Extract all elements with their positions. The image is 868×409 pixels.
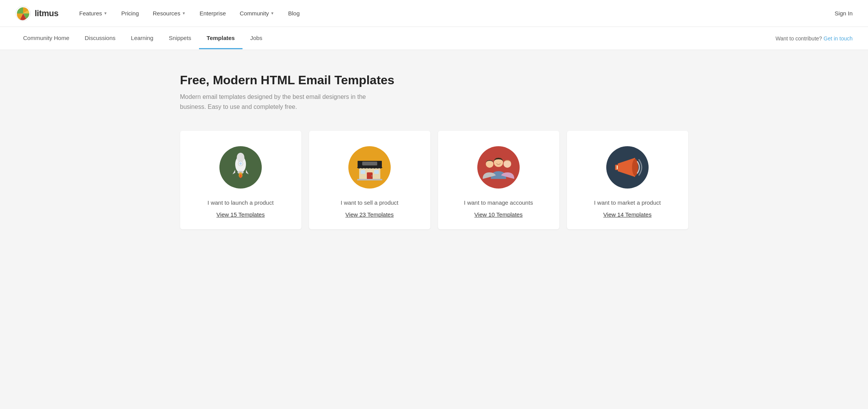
nav-enterprise[interactable]: Enterprise bbox=[194, 7, 231, 20]
svg-point-4 bbox=[239, 162, 242, 165]
rocket-icon bbox=[227, 152, 254, 183]
top-navigation: litmus Features ▼ Pricing Resources ▼ En… bbox=[0, 0, 868, 27]
card-description-sell: I want to sell a product bbox=[341, 199, 398, 206]
card-icon-sell bbox=[348, 146, 391, 189]
contribute-area: Want to contribute? Get in touch bbox=[776, 35, 853, 42]
nav-features[interactable]: Features ▼ bbox=[74, 7, 113, 20]
nav-pricing[interactable]: Pricing bbox=[116, 7, 144, 20]
svg-rect-15 bbox=[362, 162, 377, 165]
card-description-market: I want to market a product bbox=[594, 199, 661, 206]
card-link-sell[interactable]: View 23 Templates bbox=[345, 211, 393, 218]
nav-community[interactable]: Community ▼ bbox=[234, 7, 280, 20]
svg-point-7 bbox=[239, 174, 242, 178]
subnav-templates[interactable]: Templates bbox=[199, 28, 243, 49]
card-description-launch: I want to launch a product bbox=[207, 199, 274, 206]
card-link-market[interactable]: View 14 Templates bbox=[603, 211, 651, 218]
chevron-down-icon: ▼ bbox=[182, 11, 186, 15]
svg-rect-12 bbox=[374, 170, 379, 174]
template-card-market: I want to market a product View 14 Templ… bbox=[567, 131, 688, 229]
card-icon-accounts bbox=[477, 146, 520, 189]
main-content: Free, Modern HTML Email Templates Modern… bbox=[165, 50, 704, 260]
page-title: Free, Modern HTML Email Templates bbox=[180, 73, 688, 87]
sub-nav-links: Community Home Discussions Learning Snip… bbox=[15, 28, 776, 49]
card-link-launch[interactable]: View 15 Templates bbox=[216, 211, 264, 218]
template-card-launch: I want to launch a product View 15 Templ… bbox=[180, 131, 301, 229]
svg-point-10 bbox=[371, 175, 372, 176]
signin-link[interactable]: Sign In bbox=[835, 10, 853, 17]
svg-point-2 bbox=[237, 153, 244, 162]
svg-rect-23 bbox=[617, 165, 618, 169]
card-description-accounts: I want to manage accounts bbox=[464, 199, 533, 206]
chevron-down-icon: ▼ bbox=[104, 11, 107, 15]
template-card-accounts: I want to manage accounts View 10 Templa… bbox=[438, 131, 559, 229]
chevron-down-icon: ▼ bbox=[271, 11, 274, 15]
page-subtitle: Modern email templates designed by the b… bbox=[180, 92, 380, 112]
get-in-touch-link[interactable]: Get in touch bbox=[824, 35, 853, 42]
nav-blog[interactable]: Blog bbox=[283, 7, 305, 20]
litmus-logo-icon bbox=[15, 6, 31, 21]
template-card-sell: I want to sell a product View 23 Templat… bbox=[309, 131, 430, 229]
subnav-learning[interactable]: Learning bbox=[123, 28, 161, 49]
svg-rect-16 bbox=[357, 179, 382, 180]
templates-grid: I want to launch a product View 15 Templ… bbox=[180, 131, 688, 229]
nav-resources[interactable]: Resources ▼ bbox=[147, 7, 191, 20]
card-icon-market bbox=[606, 146, 649, 189]
top-nav-links: Features ▼ Pricing Resources ▼ Enterpris… bbox=[74, 7, 835, 20]
subnav-discussions[interactable]: Discussions bbox=[77, 28, 123, 49]
card-link-accounts[interactable]: View 10 Templates bbox=[474, 211, 522, 218]
subnav-jobs[interactable]: Jobs bbox=[243, 28, 270, 49]
subnav-snippets[interactable]: Snippets bbox=[161, 28, 199, 49]
store-icon bbox=[355, 153, 384, 182]
card-icon-launch bbox=[219, 146, 262, 189]
svg-rect-11 bbox=[361, 170, 365, 174]
logo-text: litmus bbox=[35, 8, 59, 18]
megaphone-icon bbox=[612, 154, 643, 181]
sub-navigation: Community Home Discussions Learning Snip… bbox=[0, 27, 868, 50]
logo-link[interactable]: litmus bbox=[15, 6, 59, 21]
subnav-community-home[interactable]: Community Home bbox=[15, 28, 77, 49]
people-icon bbox=[481, 154, 516, 181]
